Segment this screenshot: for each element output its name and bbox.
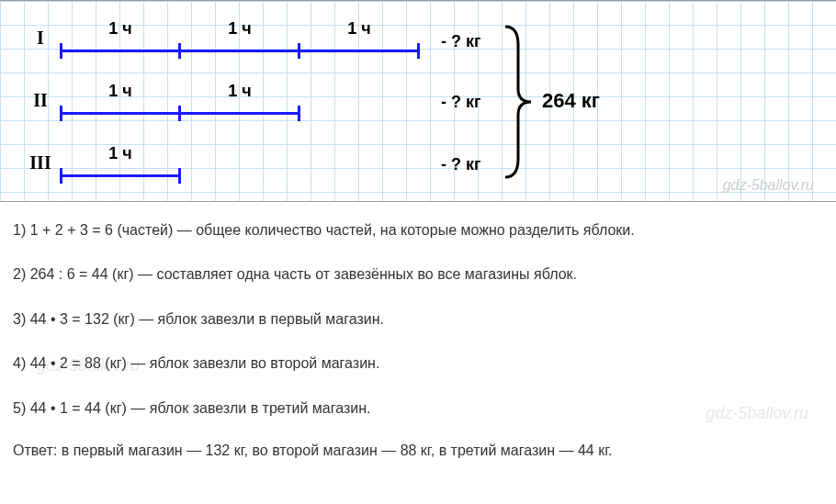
roman-numeral-1: I: [20, 28, 61, 49]
solution-step: 4) 44 • 2 = 88 (кг) — яблок завезли во в…: [13, 353, 823, 374]
segment-label: 1 ч: [61, 82, 180, 101]
segment: 1 ч: [180, 23, 299, 52]
solution-step: 1) 1 + 2 + 3 = 6 (частей) — общее количе…: [13, 220, 823, 241]
question-2: - ? кг: [441, 93, 481, 112]
solution-step: 5) 44 • 1 = 44 (кг) — яблок завезли в тр…: [13, 398, 823, 419]
watermark: gdz-5ballov.ru: [723, 177, 814, 194]
solution-step: 2) 264 : 6 = 44 (кг) — составляет одна ч…: [13, 264, 823, 285]
total-label: 264 кг: [542, 89, 600, 113]
segment-label: 1 ч: [61, 144, 180, 163]
answer-text: Ответ: в первый магазин — 132 кг, во вто…: [13, 442, 823, 459]
bar-1: 1 ч 1 ч 1 ч: [61, 23, 419, 52]
diagram-container: I 1 ч 1 ч 1 ч II 1 ч: [0, 0, 836, 202]
diagram-row-3: III 1 ч: [20, 148, 180, 177]
brace-icon: [503, 23, 535, 181]
bar-3: 1 ч: [61, 148, 180, 177]
segment: 1 ч: [299, 23, 419, 52]
bar-2: 1 ч 1 ч: [61, 85, 299, 115]
segment-label: 1 ч: [299, 19, 419, 39]
segment: 1 ч: [61, 23, 180, 52]
segment: 1 ч: [61, 85, 180, 115]
solution-step: 3) 44 • 3 = 132 (кг) — яблок завезли в п…: [13, 309, 823, 330]
segment-label: 1 ч: [180, 19, 299, 39]
roman-numeral-3: III: [20, 152, 61, 174]
roman-numeral-2: II: [20, 90, 61, 111]
segment: 1 ч: [61, 148, 180, 177]
segment-label: 1 ч: [61, 19, 180, 39]
segment-label: 1 ч: [180, 82, 299, 101]
diagram-row-2: II 1 ч 1 ч: [20, 85, 299, 115]
question-3: - ? кг: [441, 155, 481, 174]
segment: 1 ч: [180, 85, 299, 115]
question-1: - ? кг: [441, 32, 481, 51]
diagram-row-1: I 1 ч 1 ч 1 ч: [20, 23, 419, 52]
solution-block: gdz-5ballov.ru gdz-5ballov.ru 1) 1 + 2 +…: [0, 202, 836, 468]
